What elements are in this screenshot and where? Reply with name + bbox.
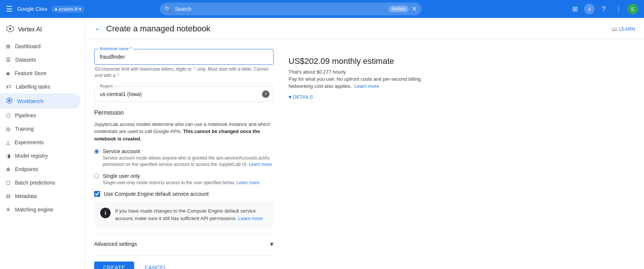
sidebar-item-batch-predictions[interactable]: ⬠ Batch predictions (0, 176, 80, 189)
learn-icon: 📖 (611, 26, 617, 32)
service-account-radio-label[interactable]: Service account Service account mode all… (94, 148, 274, 168)
main-content: Notebook name * 63-character limit with … (85, 40, 644, 269)
cost-section: US$202.09 monthly estimate That's about … (289, 49, 635, 260)
networking-learn-more-link[interactable]: Learn more (354, 83, 379, 89)
google-cloud-logo: Google Cloud (17, 5, 47, 13)
permission-section: Permission JupyterLab access modes deter… (94, 109, 274, 228)
info-box: i If you have made changes to the Comput… (94, 201, 274, 228)
workbench-nav-icon (6, 97, 13, 104)
search-bar[interactable]: 🔍 Artifact ✕ (160, 3, 422, 15)
create-button[interactable]: CREATE (94, 262, 134, 269)
sidebar-product: Vertex AI (0, 21, 85, 40)
service-account-title: Service account (103, 148, 274, 154)
single-user-radio[interactable] (94, 174, 99, 179)
notebook-name-group: Notebook name * 63-character limit with … (94, 49, 274, 79)
single-user-desc: Single-user-only mode restricts access t… (103, 180, 259, 186)
dashboard-icon: ⊞ (6, 43, 10, 49)
sidebar-item-matching-engine[interactable]: ✳ Matching engine (0, 203, 80, 216)
project-selector[interactable]: ● erwinh-ff ▾ (52, 6, 84, 13)
help-icon[interactable]: ? (598, 3, 610, 15)
details-row[interactable]: ▾ DETAILS (289, 93, 635, 101)
search-artifact-badge: Artifact (389, 6, 409, 12)
notebook-name-input[interactable] (95, 49, 273, 64)
region-help-icon[interactable]: ? (262, 90, 269, 98)
search-icon: 🔍 (164, 6, 172, 13)
compute-engine-checkbox[interactable] (94, 191, 100, 197)
networking-text: Networking cost also applies. (289, 83, 351, 89)
region-select-wrapper: Region us-central1 (Iowa) ▾ ? (94, 86, 274, 102)
sidebar-item-label: Datasets (15, 57, 36, 63)
sidebar-item-label: Pipelines (15, 112, 36, 118)
permission-title: Permission (94, 109, 274, 116)
info-icon: i (100, 208, 111, 218)
sidebar-item-pipelines[interactable]: ⬡ Pipelines (0, 109, 80, 122)
info-text-content: If you have made changes to the Compute … (115, 208, 256, 221)
advanced-settings-row[interactable]: Advanced settings ▾ (94, 234, 274, 254)
cost-billing-note: Pay for what you use: No upfront costs a… (289, 76, 635, 82)
sidebar-item-dashboard[interactable]: ⊞ Dashboard (0, 40, 80, 53)
single-user-text: Single user only Single-user-only mode r… (103, 173, 259, 186)
action-bar: CREATE CANCEL (94, 255, 274, 269)
service-account-desc: Service account mode allows anyone who i… (103, 155, 274, 168)
sidebar-item-model-registry[interactable]: ◑ Model registry (0, 149, 80, 163)
permission-description: JupyterLab access modes determine who ca… (94, 121, 274, 143)
sidebar-item-endpoints[interactable]: ⊕ Endpoints (0, 163, 80, 176)
sidebar-item-label: Dashboard (15, 43, 41, 49)
page-title: Create a managed notebook (106, 24, 210, 34)
sidebar-item-metadata[interactable]: ⊟ Metadata (0, 189, 80, 203)
sidebar-item-label: Workbench (17, 98, 44, 104)
sidebar-item-label: Model registry (15, 153, 48, 159)
pipelines-icon: ⬡ (6, 112, 10, 118)
svg-point-2 (9, 28, 11, 30)
sidebar-item-label: Matching engine (15, 207, 53, 213)
content-area: ← Create a managed notebook 📖 LEARN Note… (85, 18, 644, 269)
sidebar-product-name: Vertex AI (18, 26, 42, 33)
sidebar-item-label: Feature Store (15, 70, 47, 76)
region-label: Region (98, 84, 114, 88)
region-select[interactable]: us-central1 (Iowa) (95, 87, 262, 102)
sidebar-item-label: Metadata (15, 193, 37, 199)
project-name: erwinh-ff (59, 6, 78, 12)
sidebar-item-labelling-tasks[interactable]: 🏷 Labelling tasks (0, 80, 80, 93)
endpoints-icon: ⊕ (6, 166, 10, 172)
cancel-button[interactable]: CANCEL (139, 262, 173, 269)
project-chevron-icon: ▾ (79, 6, 81, 12)
matching-engine-icon: ✳ (6, 207, 10, 213)
top-navigation: ☰ Google Cloud ● erwinh-ff ▾ 🔍 Artifact … (0, 0, 644, 18)
sidebar-item-experiments[interactable]: △ Experiments (0, 136, 80, 149)
sidebar-item-label: Labelling tasks (16, 84, 50, 90)
learn-more-button[interactable]: 📖 LEARN (611, 26, 635, 32)
metadata-icon: ⊟ (6, 193, 10, 199)
service-account-radio[interactable] (94, 149, 99, 154)
service-account-learn-more-link[interactable]: Learn more (249, 162, 272, 167)
training-icon: ◎ (6, 126, 10, 132)
sidebar-item-training[interactable]: ◎ Training (0, 122, 80, 136)
region-group: Region us-central1 (Iowa) ▾ ? (94, 86, 274, 102)
batch-predictions-icon: ⬠ (6, 180, 10, 186)
experiments-icon: △ (6, 139, 10, 145)
search-input[interactable] (175, 6, 386, 12)
page-header: ← Create a managed notebook 📖 LEARN (85, 18, 644, 40)
info-learn-more-link[interactable]: Learn more (238, 216, 263, 221)
notification-badge[interactable]: 4 (584, 4, 595, 14)
model-registry-icon: ◑ (6, 153, 10, 159)
back-button[interactable]: ← (94, 25, 102, 33)
sidebar-item-workbench[interactable]: Workbench (0, 93, 80, 109)
apps-icon[interactable]: ⊞ (569, 3, 581, 15)
checkbox-label[interactable]: Use Compute Engine default service accou… (104, 191, 209, 197)
single-user-radio-label[interactable]: Single user only Single-user-only mode r… (94, 173, 274, 186)
vertex-ai-icon (6, 25, 14, 34)
sidebar-item-label: Experiments (15, 139, 44, 145)
sidebar-item-feature-store[interactable]: ◈ Feature Store (0, 67, 80, 80)
sidebar: Vertex AI ⊞ Dashboard ☰ Datasets ◈ Featu… (0, 18, 85, 269)
single-user-learn-more-link[interactable]: Learn more (237, 180, 259, 185)
avatar[interactable]: E (628, 4, 638, 14)
vertex-ai-logo-icon (6, 25, 14, 33)
more-options-icon[interactable]: ⋮ (613, 3, 625, 15)
advanced-settings-chevron-icon: ▾ (270, 239, 274, 248)
svg-point-4 (8, 99, 10, 102)
sidebar-item-label: Training (15, 126, 34, 132)
clear-search-icon[interactable]: ✕ (412, 5, 417, 13)
hamburger-menu-icon[interactable]: ☰ (6, 4, 13, 13)
sidebar-item-datasets[interactable]: ☰ Datasets (0, 53, 80, 67)
